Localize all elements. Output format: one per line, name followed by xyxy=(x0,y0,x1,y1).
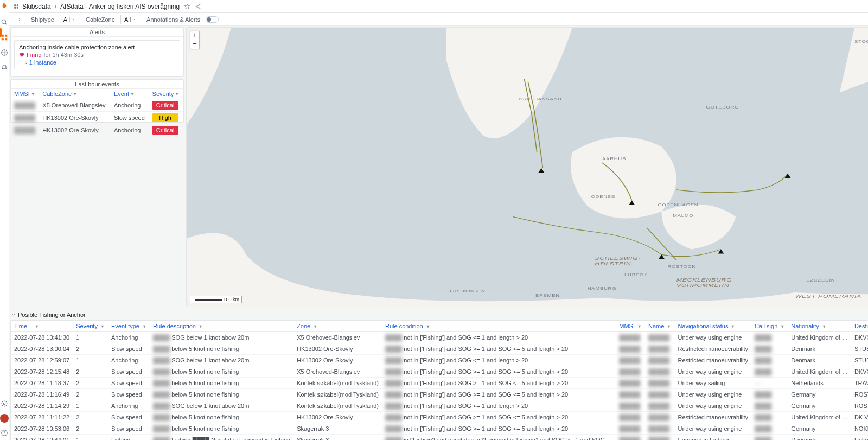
filter-icon xyxy=(780,324,784,329)
explore-icon[interactable] xyxy=(1,49,8,56)
svg-text:ODENSE: ODENSE xyxy=(591,194,615,199)
col-event[interactable]: Event xyxy=(111,89,149,99)
col-rule_desc[interactable]: Rule description xyxy=(150,321,293,332)
svg-text:BREMEN: BREMEN xyxy=(535,293,560,297)
user-avatar[interactable] xyxy=(0,414,9,423)
table-row[interactable]: 2022-07-28 11:18:372Slow speed████ below… xyxy=(11,378,868,389)
svg-text:GÖTEBORG: GÖTEBORG xyxy=(706,105,739,110)
table-row[interactable]: 2022-07-28 13:00:042Slow speed████ below… xyxy=(11,343,868,355)
last-hour-title: Last hour events xyxy=(11,80,183,89)
col-name[interactable]: Name xyxy=(645,321,674,332)
last-hour-events-panel: Last hour events MMSI CableZone Event Se… xyxy=(10,79,184,123)
svg-point-14 xyxy=(196,6,197,7)
table-row[interactable]: █████HK13002 Ore-SkovlyAnchoringCritical xyxy=(11,124,183,137)
zoom-in-button[interactable]: + xyxy=(190,31,199,40)
alert-title: Anchoring inside cable protection zone a… xyxy=(19,44,175,50)
section-toggle[interactable]: Posible Fishing or Anchor xyxy=(10,309,868,320)
annotations-label: Annotations & Alerts xyxy=(146,16,200,23)
shiptype-select[interactable]: All xyxy=(60,15,80,24)
svg-text:AARHUS: AARHUS xyxy=(602,156,626,161)
svg-rect-2 xyxy=(2,35,4,37)
svg-rect-3 xyxy=(5,35,7,37)
cablezone-select[interactable]: All xyxy=(120,15,141,24)
filter-icon xyxy=(637,324,642,329)
breadcrumb-page[interactable]: AISdata - Anker og fiskeri AIS overågnin… xyxy=(60,3,180,10)
col-event_type[interactable]: Event type xyxy=(108,321,150,332)
filter-icon xyxy=(35,324,39,329)
filter-icon xyxy=(667,324,671,329)
star-icon[interactable] xyxy=(184,3,190,10)
section-title: Posible Fishing or Anchor xyxy=(18,311,86,318)
table-row[interactable]: 2022-07-28 12:59:071Anchoring████ SOG be… xyxy=(11,355,868,366)
svg-text:WEST POMERANIA: WEST POMERANIA xyxy=(795,294,861,299)
map-panel[interactable]: KRISTIANSAND STOCKHOLM COPENHAGEN GDAŃSK… xyxy=(186,27,868,307)
svg-rect-4 xyxy=(2,38,4,40)
help-icon[interactable]: ? xyxy=(1,429,8,437)
breadcrumb-root[interactable]: Skibsdata xyxy=(22,3,51,10)
svg-text:MALMÖ: MALMÖ xyxy=(673,213,693,218)
col-mmsi[interactable]: MMSI xyxy=(616,321,645,332)
sidebar-toggle[interactable] xyxy=(14,15,25,24)
alerts-title: Alerts xyxy=(11,28,183,37)
svg-text:MECKLENBURG-: MECKLENBURG- xyxy=(676,277,735,283)
svg-point-16 xyxy=(199,8,200,9)
events-grid-panel: Time ↓ Severity Event type Rule descript… xyxy=(10,320,868,440)
dashboards-icon[interactable] xyxy=(1,34,8,41)
map-zoom-control[interactable]: + − xyxy=(190,31,200,49)
svg-rect-12 xyxy=(14,7,16,8)
col-zone[interactable]: Zone xyxy=(293,321,382,332)
col-time[interactable]: Time ↓ xyxy=(11,321,73,332)
table-row[interactable]: █████HK13002 Ore-SkovlySlow speedHigh xyxy=(11,112,183,124)
alert-item[interactable]: Anchoring inside cable protection zone a… xyxy=(14,40,180,69)
table-row[interactable]: 2022-07-28 13:41:301Anchoring████ SOG be… xyxy=(11,332,868,343)
svg-text:COPENHAGEN: COPENHAGEN xyxy=(658,202,699,207)
table-row[interactable]: 2022-07-28 10:44:011Fishing████ Fishing … xyxy=(11,435,868,441)
table-row[interactable]: 2022-07-28 10:53:062Slow speed████ below… xyxy=(11,423,868,435)
filter-icon xyxy=(731,324,735,329)
table-row[interactable]: 2022-07-28 11:14:291Anchoring████ SOG be… xyxy=(11,400,868,412)
svg-text:SCHLESWIG-: SCHLESWIG- xyxy=(595,256,641,261)
search-icon[interactable] xyxy=(1,18,8,26)
svg-text:SZCZECIN: SZCZECIN xyxy=(806,278,835,283)
grafana-logo-icon[interactable] xyxy=(0,2,9,11)
svg-rect-13 xyxy=(17,7,18,8)
alert-instances-link[interactable]: › 1 instance xyxy=(25,59,175,66)
svg-text:VORPOMMERN: VORPOMMERN xyxy=(676,283,730,288)
share-icon[interactable] xyxy=(195,3,201,10)
col-nav_status[interactable]: Navigational status xyxy=(674,321,751,332)
svg-text:LÜBECK: LÜBECK xyxy=(624,273,647,277)
zoom-out-button[interactable]: − xyxy=(190,40,199,49)
svg-text:?: ? xyxy=(3,431,5,435)
svg-text:HOLSTEIN: HOLSTEIN xyxy=(595,261,631,266)
table-row[interactable]: █████X5 Orehoved-BlangslevAnchoringCriti… xyxy=(11,99,183,112)
svg-text:ROSTOCK: ROSTOCK xyxy=(667,265,695,269)
table-row[interactable]: 2022-07-28 11:11:222Slow speed████ below… xyxy=(11,412,868,423)
variable-bar: Shiptype All CableZone All Annotations &… xyxy=(9,13,868,26)
svg-text:GRONINGEN: GRONINGEN xyxy=(450,289,486,293)
alerts-panel: Alerts Anchoring inside cable protection… xyxy=(10,27,184,77)
svg-point-7 xyxy=(3,403,5,405)
filter-icon xyxy=(426,324,430,329)
chevron-down-icon xyxy=(11,313,16,317)
annotations-toggle[interactable] xyxy=(206,16,219,23)
svg-text:STOCKHOLM: STOCKHOLM xyxy=(854,39,868,43)
col-call_sign[interactable]: Call sign xyxy=(751,321,788,332)
map-scale: 100 km xyxy=(190,296,242,303)
col-mmsi[interactable]: MMSI xyxy=(11,89,39,99)
col-rule_cond[interactable]: Rule condition xyxy=(382,321,616,332)
dashboard-icon xyxy=(14,4,19,9)
left-nav: ? xyxy=(0,0,9,440)
table-row[interactable]: 2022-07-28 11:16:492Slow speed████ below… xyxy=(11,389,868,400)
col-destination[interactable]: Destination xyxy=(851,321,868,332)
filter-icon xyxy=(313,324,317,329)
svg-text:KRISTIANSAND: KRISTIANSAND xyxy=(519,97,562,101)
alerting-bell-icon[interactable] xyxy=(1,64,8,72)
svg-rect-11 xyxy=(17,4,18,6)
col-severity[interactable]: Severity xyxy=(73,321,108,332)
col-severity[interactable]: Severity xyxy=(149,89,183,99)
table-row[interactable]: 2022-07-28 12:15:482Slow speed████ below… xyxy=(11,366,868,378)
col-cablezone[interactable]: CableZone xyxy=(39,89,111,99)
filter-icon xyxy=(199,324,203,329)
gear-icon[interactable] xyxy=(1,400,8,407)
col-nationality[interactable]: Nationality xyxy=(788,321,851,332)
